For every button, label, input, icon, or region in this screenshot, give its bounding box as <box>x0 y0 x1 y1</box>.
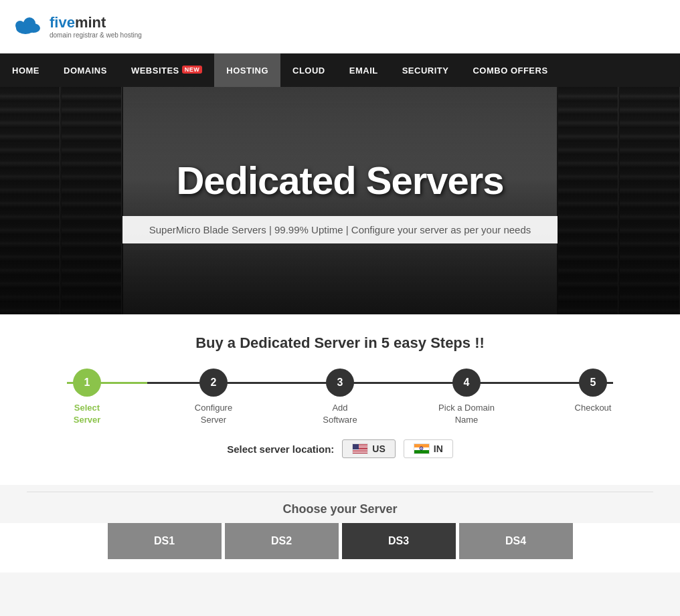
nav-websites[interactable]: WEBSITES New <box>119 54 214 87</box>
step-2-label: ConfigureServer <box>195 402 232 426</box>
logo-five: five <box>50 14 75 31</box>
us-flag-icon <box>352 443 368 454</box>
nav-home[interactable]: HOME <box>0 54 52 87</box>
svg-point-1 <box>15 21 25 30</box>
hero-section: Dedicated Servers SuperMicro Blade Serve… <box>0 87 680 314</box>
step-5-label: Checkout <box>575 402 612 414</box>
location-selector: Select server location: US IN <box>27 439 653 458</box>
server-tabs-section: DS1 DS2 DS3 DS4 <box>0 523 680 573</box>
step-2[interactable]: 2 ConfigureServer <box>173 369 254 426</box>
logo-name: fivemint <box>50 14 142 31</box>
step-4[interactable]: 4 Pick a DomainName <box>426 369 507 426</box>
header: fivemint domain registrar & web hosting <box>0 0 680 54</box>
step-1-circle: 1 <box>73 369 101 397</box>
hero-content-container: Dedicated Servers SuperMicro Blade Serve… <box>0 87 680 314</box>
server-tab-ds3[interactable]: DS3 <box>342 523 456 559</box>
logo-mint: mint <box>75 14 106 31</box>
us-label: US <box>372 443 385 454</box>
in-label: IN <box>434 443 443 454</box>
server-tab-ds4[interactable]: DS4 <box>459 523 573 559</box>
step-3-circle: 3 <box>326 369 354 397</box>
step-5-circle: 5 <box>579 369 607 397</box>
step-3-label: AddSoftware <box>323 402 357 426</box>
choose-server-divider: Choose your Server <box>27 492 653 516</box>
location-in-btn[interactable]: IN <box>404 439 453 458</box>
steps-section: Buy a Dedicated Server in 5 easy Steps !… <box>0 314 680 485</box>
step-4-circle: 4 <box>452 369 481 397</box>
step-5[interactable]: 5 Checkout <box>553 369 633 414</box>
server-tab-ds2[interactable]: DS2 <box>225 523 339 559</box>
hero-subtitle: SuperMicro Blade Servers | 99.99% Uptime… <box>122 216 558 243</box>
svg-point-3 <box>27 23 40 33</box>
hero-content: Dedicated Servers SuperMicro Blade Serve… <box>122 158 558 243</box>
server-tabs: DS1 DS2 DS3 DS4 <box>27 523 653 559</box>
nav-domains[interactable]: DOMAINS <box>52 54 119 87</box>
nav-websites-badge: New <box>182 66 203 74</box>
nav-security[interactable]: SECURITY <box>390 54 461 87</box>
in-flag-icon <box>414 443 430 454</box>
nav-cloud[interactable]: CLOUD <box>280 54 337 87</box>
steps-title: Buy a Dedicated Server in 5 easy Steps !… <box>27 334 653 352</box>
nav-hosting[interactable]: HOSTING <box>214 54 280 87</box>
location-us-btn[interactable]: US <box>342 439 395 458</box>
step-3[interactable]: 3 AddSoftware <box>300 369 380 426</box>
step-2-circle: 2 <box>199 369 228 397</box>
choose-server-title: Choose your Server <box>27 502 653 516</box>
nav-websites-label: WEBSITES <box>131 66 179 76</box>
main-nav: HOME DOMAINS WEBSITES New HOSTING CLOUD … <box>0 54 680 87</box>
nav-email[interactable]: EMAIL <box>337 54 390 87</box>
steps-container: 1 SelectServer 2 ConfigureServer 3 AddSo… <box>27 369 653 426</box>
location-label: Select server location: <box>227 443 334 455</box>
hero-title: Dedicated Servers <box>122 158 558 203</box>
logo[interactable]: fivemint domain registrar & web hosting <box>13 14 142 39</box>
logo-icon <box>13 15 46 39</box>
logo-tagline: domain registrar & web hosting <box>50 31 142 39</box>
step-4-label: Pick a DomainName <box>438 402 495 426</box>
nav-combo-offers[interactable]: COMBO OFFERS <box>460 54 560 87</box>
logo-text: fivemint domain registrar & web hosting <box>50 14 142 39</box>
step-1-label: SelectServer <box>74 402 100 426</box>
step-1[interactable]: 1 SelectServer <box>47 369 127 426</box>
server-tab-ds1[interactable]: DS1 <box>108 523 222 559</box>
